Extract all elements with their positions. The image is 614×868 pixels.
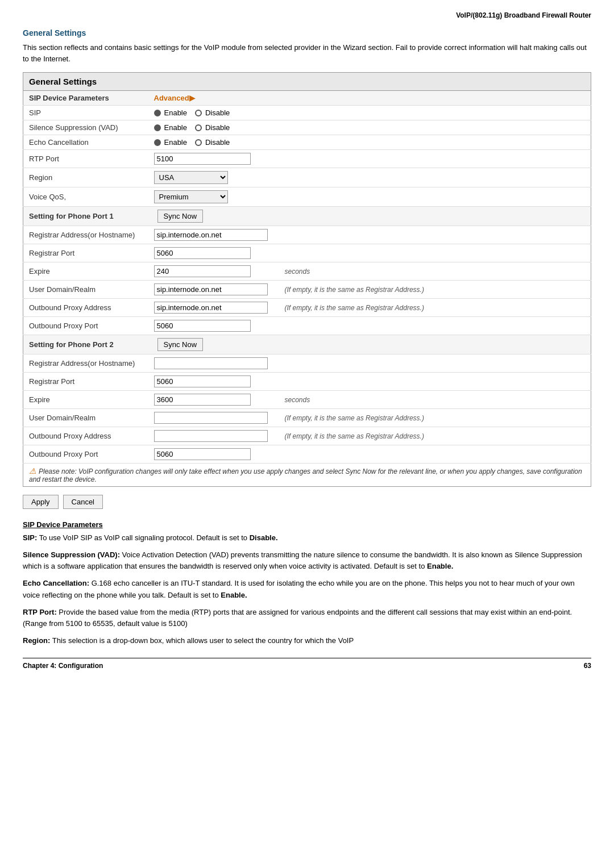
echo-hint xyxy=(279,135,591,150)
p1-outbound-proxy-addr-input[interactable] xyxy=(154,302,268,314)
table-row: Outbound Proxy Address (If empty, it is … xyxy=(23,427,591,445)
voice-qos-select[interactable]: Premium xyxy=(154,190,228,203)
p1-registrar-port-input[interactable] xyxy=(154,247,251,259)
table-row: Echo Cancellation Enable Disable xyxy=(23,135,591,150)
vad-disable-radio[interactable] xyxy=(195,124,202,131)
p2-expire-label: Expire xyxy=(23,391,148,409)
sip-disable-radio[interactable] xyxy=(195,110,202,116)
cancel-button[interactable]: Cancel xyxy=(63,495,103,509)
silence-suppression-value: Enable Disable xyxy=(148,120,279,135)
p2-expire-input[interactable] xyxy=(154,394,251,406)
p1-expire-label: Expire xyxy=(23,262,148,281)
advanced-label: Advanced xyxy=(154,94,189,102)
apply-button[interactable]: Apply xyxy=(23,495,59,509)
table-row: Registrar Address(or Hostname) xyxy=(23,226,591,244)
p1-expire-input[interactable] xyxy=(154,265,251,277)
table-row: Expire seconds xyxy=(23,391,591,409)
echo-enable-radio[interactable] xyxy=(154,139,161,146)
note-row: ⚠Please note: VoIP configuration changes… xyxy=(23,464,591,487)
phone-port1-label: Setting for Phone Port 1 xyxy=(23,207,148,226)
general-settings-table: General Settings SIP Device Parameters A… xyxy=(23,72,591,487)
p1-user-domain-label: User Domain/Realm xyxy=(23,281,148,299)
region-select[interactable]: USA xyxy=(154,171,228,184)
p2-user-domain-input[interactable] xyxy=(154,412,268,424)
section-title: General Settings xyxy=(23,28,591,37)
p1-expire-hint: seconds xyxy=(279,262,591,281)
voice-qos-value: Premium xyxy=(148,187,279,207)
advanced-link[interactable]: Advanced▶ xyxy=(154,94,195,102)
p2-registrar-addr-input[interactable] xyxy=(154,357,268,369)
p2-outbound-proxy-addr-label: Outbound Proxy Address xyxy=(23,427,148,445)
header-title: VoIP/(802.11g) Broadband Firewall Router xyxy=(456,11,591,19)
phone-port1-row: Setting for Phone Port 1 Sync Now xyxy=(23,207,591,226)
echo-enable-label[interactable]: Enable xyxy=(154,138,187,147)
p2-expire-hint: seconds xyxy=(279,391,591,409)
vad-disable-label[interactable]: Disable xyxy=(195,123,230,132)
table-row: Registrar Address(or Hostname) xyxy=(23,354,591,373)
table-row: Expire seconds xyxy=(23,262,591,281)
sip-enable-radio[interactable] xyxy=(154,110,161,116)
p1-user-domain-hint: (If empty, it is the same as Registrar A… xyxy=(279,281,591,299)
voice-qos-label: Voice QoS, xyxy=(23,187,148,207)
sip-disable-label[interactable]: Disable xyxy=(195,108,230,117)
phone-port2-label: Setting for Phone Port 2 xyxy=(23,335,148,354)
page-header: VoIP/(802.11g) Broadband Firewall Router xyxy=(23,11,591,19)
p1-outbound-proxy-addr-label: Outbound Proxy Address xyxy=(23,299,148,317)
p2-registrar-port-label: Registrar Port xyxy=(23,373,148,391)
sip-label: SIP xyxy=(23,106,148,120)
sip-device-params-row: SIP Device Parameters Advanced▶ xyxy=(23,91,591,106)
descriptions-section: SIP Device Parameters SIP: To use VoIP S… xyxy=(23,520,591,646)
silence-suppression-label: Silence Suppression (VAD) xyxy=(23,120,148,135)
table-row: Silence Suppression (VAD) Enable Disable xyxy=(23,120,591,135)
desc-region: Region: This selection is a drop-down bo… xyxy=(23,635,591,646)
p2-user-domain-hint: (If empty, it is the same as Registrar A… xyxy=(279,409,591,427)
vad-hint xyxy=(279,120,591,135)
rtp-port-input[interactable] xyxy=(154,153,251,165)
sync-now-btn-1[interactable]: Sync Now xyxy=(157,210,204,223)
p1-outbound-proxy-port-label: Outbound Proxy Port xyxy=(23,317,148,335)
table-row: SIP Enable Disable xyxy=(23,106,591,120)
sync-now-btn-2[interactable]: Sync Now xyxy=(157,338,204,351)
rtp-hint xyxy=(279,150,591,168)
p2-outbound-proxy-addr-input[interactable] xyxy=(154,430,268,442)
p1-outbound-proxy-port-input[interactable] xyxy=(154,320,251,332)
p2-outbound-proxy-port-label: Outbound Proxy Port xyxy=(23,445,148,464)
p2-outbound-proxy-port-input[interactable] xyxy=(154,448,251,460)
desc-rtp: RTP Port: Provide the based value from t… xyxy=(23,607,591,629)
region-value: USA xyxy=(148,168,279,187)
echo-disable-radio[interactable] xyxy=(195,139,202,146)
table-row: Region USA xyxy=(23,168,591,187)
table-row: Registrar Port xyxy=(23,244,591,262)
sip-value: Enable Disable xyxy=(148,106,279,120)
footer-chapter: Chapter 4: Configuration xyxy=(23,662,103,670)
page-number: 63 xyxy=(584,662,591,670)
p1-registrar-addr-input[interactable] xyxy=(154,229,268,241)
table-heading: General Settings xyxy=(23,73,591,91)
p2-outbound-proxy-addr-hint: (If empty, it is the same as Registrar A… xyxy=(279,427,591,445)
echo-disable-label[interactable]: Disable xyxy=(195,138,230,147)
warning-icon: ⚠ xyxy=(29,466,36,475)
p2-registrar-addr-hint xyxy=(279,354,591,373)
voice-qos-hint xyxy=(279,187,591,207)
vad-enable-radio[interactable] xyxy=(154,124,161,131)
region-label: Region xyxy=(23,168,148,187)
phone-port2-row: Setting for Phone Port 2 Sync Now xyxy=(23,335,591,354)
echo-cancellation-label: Echo Cancellation xyxy=(23,135,148,150)
table-row: Outbound Proxy Address (If empty, it is … xyxy=(23,299,591,317)
p1-user-domain-input[interactable] xyxy=(154,283,268,295)
sip-device-params-label: SIP Device Parameters xyxy=(23,91,148,106)
table-row: Registrar Port xyxy=(23,373,591,391)
table-header-row: General Settings xyxy=(23,73,591,91)
button-row: Apply Cancel xyxy=(23,495,591,509)
p1-registrar-addr-hint xyxy=(279,226,591,244)
p1-outbound-proxy-port-hint xyxy=(279,317,591,335)
p2-registrar-port-input[interactable] xyxy=(154,375,251,387)
sip-enable-label[interactable]: Enable xyxy=(154,108,187,117)
sip-hint xyxy=(279,106,591,120)
table-row: User Domain/Realm (If empty, it is the s… xyxy=(23,409,591,427)
p2-registrar-addr-label: Registrar Address(or Hostname) xyxy=(23,354,148,373)
rtp-port-label: RTP Port xyxy=(23,150,148,168)
table-row: RTP Port xyxy=(23,150,591,168)
vad-enable-label[interactable]: Enable xyxy=(154,123,187,132)
table-row: Outbound Proxy Port xyxy=(23,445,591,464)
